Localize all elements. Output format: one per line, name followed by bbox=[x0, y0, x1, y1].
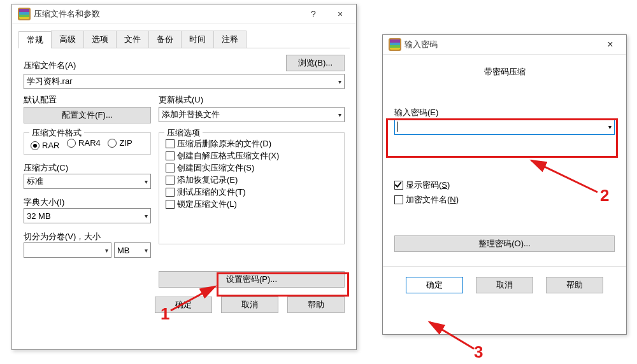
check-recovery[interactable]: 添加恢复记录(E) bbox=[166, 174, 238, 186]
options-group-label: 压缩选项 bbox=[164, 127, 203, 139]
archive-name-label: 压缩文件名(A) bbox=[24, 60, 281, 71]
radio-zip[interactable]: ZIP bbox=[108, 138, 132, 148]
cancel-button[interactable]: 取消 bbox=[476, 277, 533, 293]
dialog1-button-row: 确定 取消 帮助 bbox=[12, 297, 356, 313]
format-group: 压缩文件格式 RAR RAR4 ZIP bbox=[24, 132, 151, 155]
organize-passwords-button[interactable]: 整理密码(O)... bbox=[394, 235, 615, 252]
update-mode-combo[interactable]: 添加并替换文件 ▾ bbox=[159, 107, 345, 122]
format-group-label: 压缩文件格式 bbox=[29, 127, 84, 139]
check-test[interactable]: 测试压缩的文件(T) bbox=[166, 186, 246, 198]
dict-label: 字典大小(I) bbox=[24, 197, 151, 208]
close-button[interactable]: × bbox=[327, 5, 354, 23]
chevron-down-icon: ▾ bbox=[145, 213, 148, 220]
tab-comment[interactable]: 注释 bbox=[213, 31, 247, 48]
password-dialog: 输入密码 × 带密码压缩 输入密码(E) ▾ 显示密码(S) 加密文件名(N) … bbox=[382, 34, 627, 335]
password-input[interactable]: ▾ bbox=[394, 118, 615, 135]
tab-options[interactable]: 选项 bbox=[83, 31, 117, 48]
split-size-combo[interactable]: ▾ bbox=[24, 242, 111, 258]
winrar-icon bbox=[389, 39, 401, 50]
dict-combo[interactable]: 32 MB▾ bbox=[24, 208, 151, 223]
chevron-down-icon: ▾ bbox=[145, 178, 148, 185]
dialog-title: 压缩文件名和参数 bbox=[34, 8, 300, 20]
update-mode-value: 添加并替换文件 bbox=[162, 109, 220, 120]
split-label: 切分为分卷(V)，大小 bbox=[24, 231, 151, 242]
titlebar: 压缩文件名和参数 ? × bbox=[12, 4, 356, 24]
chevron-down-icon: ▾ bbox=[338, 111, 341, 118]
chevron-down-icon: ▾ bbox=[105, 247, 108, 254]
annotation-number-3: 3 bbox=[474, 344, 483, 360]
update-mode-label: 更新模式(U) bbox=[159, 94, 345, 106]
radio-rar[interactable]: RAR bbox=[31, 141, 59, 150]
archive-name-value: 学习资料.rar bbox=[27, 76, 73, 87]
chevron-down-icon: ▾ bbox=[145, 247, 148, 254]
check-delete[interactable]: 压缩后删除原来的文件(D) bbox=[166, 138, 271, 150]
dialog2-button-row: 确定 取消 帮助 bbox=[383, 277, 626, 293]
help-button[interactable]: 帮助 bbox=[287, 297, 345, 313]
titlebar: 输入密码 × bbox=[383, 35, 626, 55]
tab-backup[interactable]: 备份 bbox=[148, 31, 182, 48]
check-encrypt-filenames[interactable]: 加密文件名(N) bbox=[394, 194, 459, 206]
default-profile-label: 默认配置 bbox=[24, 94, 151, 106]
radio-rar4[interactable]: RAR4 bbox=[67, 138, 101, 148]
tab-files[interactable]: 文件 bbox=[116, 31, 149, 48]
cancel-button[interactable]: 取消 bbox=[221, 297, 278, 313]
help-button[interactable]: 帮助 bbox=[546, 277, 603, 293]
enter-password-label: 输入密码(E) bbox=[394, 107, 615, 118]
annotation-number-1: 1 bbox=[161, 305, 169, 322]
text-caret bbox=[397, 122, 398, 132]
archive-name-combo[interactable]: 学习资料.rar ▾ bbox=[24, 74, 345, 89]
tab-general[interactable]: 常规 bbox=[18, 31, 52, 48]
close-button[interactable]: × bbox=[597, 36, 624, 53]
archive-dialog: 压缩文件名和参数 ? × 常规 高级 选项 文件 备份 时间 注释 压缩文件名(… bbox=[11, 4, 357, 350]
profiles-button[interactable]: 配置文件(F)... bbox=[24, 107, 151, 123]
chevron-down-icon: ▾ bbox=[608, 123, 612, 130]
browse-button[interactable]: 浏览(B)... bbox=[286, 55, 345, 71]
split-unit-combo[interactable]: MB▾ bbox=[114, 242, 151, 258]
check-show-password[interactable]: 显示密码(S) bbox=[394, 179, 450, 191]
ok-button[interactable]: 确定 bbox=[406, 277, 463, 293]
password-heading: 带密码压缩 bbox=[383, 55, 626, 83]
check-lock[interactable]: 锁定压缩文件(L) bbox=[166, 199, 237, 210]
dialog-title: 输入密码 bbox=[404, 39, 597, 50]
help-button[interactable]: ? bbox=[300, 5, 327, 23]
set-password-button[interactable]: 设置密码(P)... bbox=[159, 271, 345, 288]
method-label: 压缩方式(C) bbox=[24, 162, 151, 174]
winrar-icon bbox=[18, 8, 30, 20]
options-group: 压缩选项 压缩后删除原来的文件(D) 创建自解压格式压缩文件(X) 创建固实压缩… bbox=[159, 132, 345, 244]
annotation-number-2: 2 bbox=[600, 187, 609, 204]
tab-bar: 常规 高级 选项 文件 备份 时间 注释 bbox=[18, 31, 350, 48]
check-sfx[interactable]: 创建自解压格式压缩文件(X) bbox=[166, 150, 279, 162]
chevron-down-icon: ▾ bbox=[338, 78, 341, 85]
tab-advanced[interactable]: 高级 bbox=[51, 31, 84, 48]
tab-time[interactable]: 时间 bbox=[181, 31, 214, 48]
method-combo[interactable]: 标准▾ bbox=[24, 174, 151, 189]
check-solid[interactable]: 创建固实压缩文件(S) bbox=[166, 162, 254, 174]
